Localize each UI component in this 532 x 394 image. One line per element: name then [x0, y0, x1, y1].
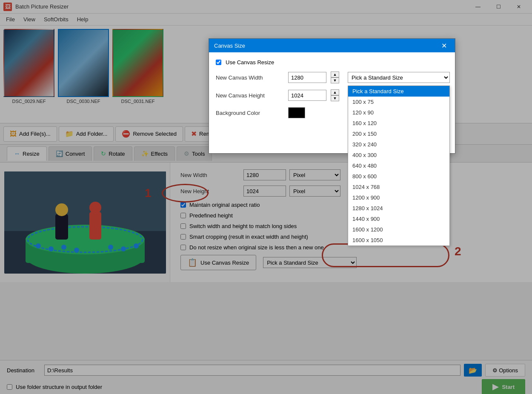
width-spinner: ▲ ▼ [331, 71, 339, 83]
size-option-0[interactable]: Pick a Standard Size [348, 86, 449, 97]
dialog-title: Canvas Size [214, 43, 438, 49]
size-option-7[interactable]: 640 x 480 [348, 160, 449, 171]
dialog-width-row: New Canvas Width ▲ ▼ Pick a Standard Siz… [216, 71, 448, 83]
dialog-height-label: New Canvas Height [216, 92, 284, 99]
dialog-close-button[interactable]: ✕ [438, 40, 450, 51]
dialog-width-input[interactable] [288, 72, 326, 83]
dialog-titlebar: Canvas Size ✕ [209, 39, 455, 52]
dialog-body: Use Canvas Resize New Canvas Width ▲ ▼ P… [209, 52, 455, 131]
size-option-13[interactable]: 1600 x 1200 [348, 224, 449, 235]
size-option-1[interactable]: 100 x 75 [348, 97, 449, 107]
dialog-use-canvas-row: Use Canvas Resize [216, 59, 448, 66]
width-spin-up[interactable]: ▲ [331, 71, 339, 77]
background-color-picker[interactable] [288, 107, 305, 118]
height-spin-up[interactable]: ▲ [331, 89, 339, 95]
dialog-use-canvas-checkbox[interactable] [216, 60, 221, 65]
size-dropdown-container: Pick a Standard Size 100 x 75 120 x 90 1… [348, 72, 450, 83]
size-option-8[interactable]: 800 x 600 [348, 171, 449, 182]
size-option-9[interactable]: 1024 x 768 [348, 182, 449, 192]
size-option-10[interactable]: 1200 x 900 [348, 192, 449, 203]
size-option-12[interactable]: 1440 x 900 [348, 214, 449, 224]
size-option-4[interactable]: 200 x 150 [348, 128, 449, 139]
size-option-2[interactable]: 120 x 90 [348, 107, 449, 118]
width-spin-down[interactable]: ▼ [331, 77, 339, 83]
size-option-14[interactable]: 1600 x 1050 [348, 235, 449, 246]
size-option-11[interactable]: 1280 x 1024 [348, 203, 449, 214]
height-spin-down[interactable]: ▼ [331, 95, 339, 101]
dialog-size-select[interactable]: Pick a Standard Size 100 x 75 120 x 90 1… [348, 72, 450, 83]
size-dropdown-list: Pick a Standard Size 100 x 75 120 x 90 1… [348, 86, 450, 246]
dialog-height-input[interactable] [288, 90, 326, 101]
height-spinner: ▲ ▼ [331, 89, 339, 101]
dialog-bgcolor-label: Background Color [216, 110, 284, 116]
size-option-5[interactable]: 320 x 240 [348, 139, 449, 150]
dialog-use-canvas-label: Use Canvas Resize [226, 59, 274, 66]
size-option-3[interactable]: 160 x 120 [348, 118, 449, 128]
size-option-6[interactable]: 400 x 300 [348, 150, 449, 160]
canvas-size-dialog: Canvas Size ✕ Use Canvas Resize New Canv… [209, 38, 455, 154]
dialog-width-label: New Canvas Width [216, 74, 284, 81]
